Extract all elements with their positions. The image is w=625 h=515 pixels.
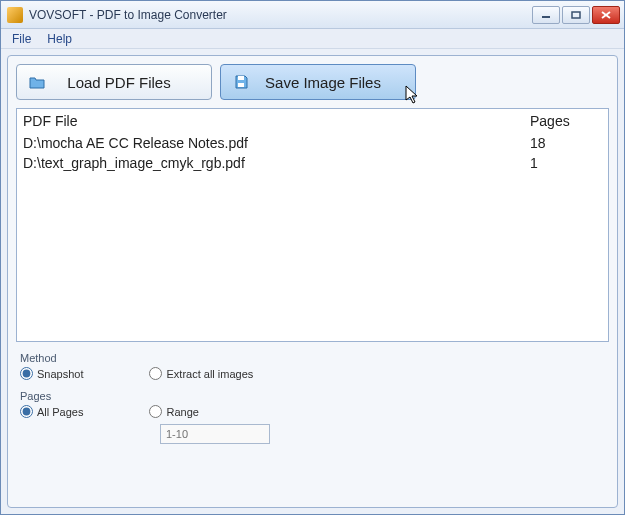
- radio-all-pages-label: All Pages: [37, 406, 83, 418]
- save-image-button[interactable]: Save Image Files: [220, 64, 416, 100]
- save-icon: [233, 74, 249, 90]
- folder-open-icon: [29, 74, 45, 90]
- method-section: Method Snapshot Extract all images: [16, 352, 609, 380]
- svg-rect-5: [238, 83, 244, 87]
- minimize-icon: [541, 11, 551, 19]
- svg-rect-4: [238, 76, 244, 80]
- menu-file[interactable]: File: [5, 31, 38, 47]
- cell-pages: 18: [530, 135, 602, 151]
- maximize-icon: [571, 11, 581, 19]
- pages-options: All Pages Range: [16, 405, 609, 418]
- cell-pages: 1: [530, 155, 602, 171]
- radio-all-pages-input[interactable]: [20, 405, 33, 418]
- titlebar: VOVSOFT - PDF to Image Converter: [1, 1, 624, 29]
- app-icon: [7, 7, 23, 23]
- col-header-pages: Pages: [530, 113, 602, 129]
- radio-extract-input[interactable]: [149, 367, 162, 380]
- list-body: D:\mocha AE CC Release Notes.pdf 18 D:\t…: [17, 133, 608, 173]
- load-pdf-label: Load PDF Files: [57, 74, 170, 91]
- radio-range-label: Range: [166, 406, 198, 418]
- content-panel: Load PDF Files Save Image Files PDF File…: [7, 55, 618, 508]
- app-window: VOVSOFT - PDF to Image Converter File He…: [0, 0, 625, 515]
- method-label: Method: [20, 352, 609, 364]
- radio-range-input[interactable]: [149, 405, 162, 418]
- list-header: PDF File Pages: [17, 109, 608, 133]
- pages-label: Pages: [20, 390, 609, 402]
- cell-file: D:\text_graph_image_cmyk_rgb.pdf: [23, 155, 530, 171]
- toolbar: Load PDF Files Save Image Files: [16, 64, 609, 100]
- method-options: Snapshot Extract all images: [16, 367, 609, 380]
- menu-help[interactable]: Help: [40, 31, 79, 47]
- load-pdf-button[interactable]: Load PDF Files: [16, 64, 212, 100]
- mouse-cursor-icon: [405, 85, 421, 105]
- save-image-label: Save Image Files: [255, 74, 381, 91]
- radio-extract[interactable]: Extract all images: [149, 367, 253, 380]
- radio-snapshot-input[interactable]: [20, 367, 33, 380]
- menubar: File Help: [1, 29, 624, 49]
- close-button[interactable]: [592, 6, 620, 24]
- col-header-file: PDF File: [23, 113, 530, 129]
- radio-snapshot-label: Snapshot: [37, 368, 83, 380]
- window-title: VOVSOFT - PDF to Image Converter: [29, 8, 532, 22]
- close-icon: [601, 11, 611, 19]
- radio-range[interactable]: Range: [149, 405, 198, 418]
- maximize-button[interactable]: [562, 6, 590, 24]
- table-row[interactable]: D:\text_graph_image_cmyk_rgb.pdf 1: [17, 153, 608, 173]
- table-row[interactable]: D:\mocha AE CC Release Notes.pdf 18: [17, 133, 608, 153]
- file-list[interactable]: PDF File Pages D:\mocha AE CC Release No…: [16, 108, 609, 342]
- range-input[interactable]: [160, 424, 270, 444]
- window-controls: [532, 6, 620, 24]
- svg-rect-1: [572, 12, 580, 18]
- radio-extract-label: Extract all images: [166, 368, 253, 380]
- radio-snapshot[interactable]: Snapshot: [20, 367, 83, 380]
- cell-file: D:\mocha AE CC Release Notes.pdf: [23, 135, 530, 151]
- pages-section: Pages All Pages Range: [16, 390, 609, 444]
- radio-all-pages[interactable]: All Pages: [20, 405, 83, 418]
- minimize-button[interactable]: [532, 6, 560, 24]
